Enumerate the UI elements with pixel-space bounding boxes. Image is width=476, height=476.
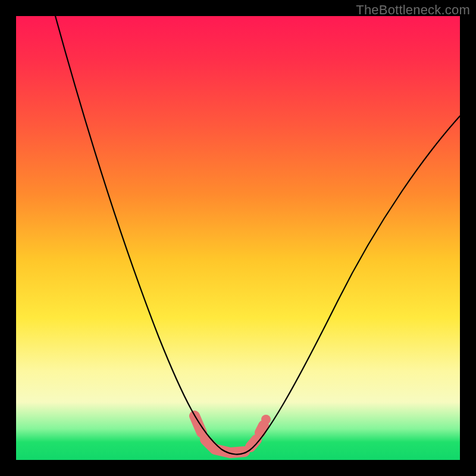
bottleneck-curve — [55, 16, 460, 455]
plot-area — [16, 16, 460, 460]
chart-frame: TheBottleneck.com — [0, 0, 476, 476]
chart-svg — [16, 16, 460, 460]
watermark-text: TheBottleneck.com — [356, 2, 470, 18]
marker-dot — [261, 415, 271, 424]
